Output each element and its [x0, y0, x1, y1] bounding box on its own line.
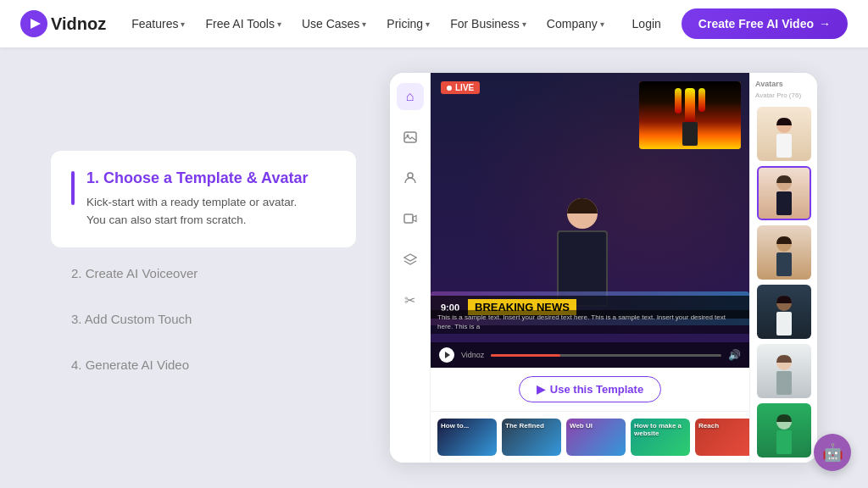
step-2-card[interactable]: 2. Create AI Voiceover — [51, 254, 356, 293]
use-template-button[interactable]: ▶ Use this Template — [519, 376, 661, 402]
chevron-down-icon: ▾ — [600, 19, 604, 29]
volume-icon[interactable]: 🔊 — [728, 349, 741, 361]
chatbot-icon[interactable]: 🤖 — [814, 434, 851, 471]
logo-text: Vidnoz — [51, 14, 106, 34]
person-head — [567, 198, 598, 229]
nav-company[interactable]: Company ▾ — [538, 12, 613, 36]
sidebar-scissors-icon[interactable]: ✂ — [397, 286, 424, 313]
fire-person-silhouette — [682, 122, 698, 146]
sidebar-home-icon[interactable]: ⌂ — [397, 83, 424, 110]
play-icon — [445, 352, 450, 358]
thumbnail-1[interactable]: How to... — [437, 419, 497, 456]
avatar-5[interactable] — [757, 344, 811, 398]
step-1-description: Kick-start with a ready template or avat… — [86, 194, 308, 229]
thumbnail-5[interactable]: Reach — [695, 419, 749, 456]
step-1-title: 1. Choose a Template & Avatar — [86, 169, 308, 187]
svg-rect-17 — [776, 430, 792, 454]
svg-rect-11 — [776, 252, 792, 276]
step-accent-bar — [71, 171, 75, 205]
logo-icon — [20, 10, 47, 37]
live-dot — [447, 86, 452, 91]
avatar-6[interactable] — [757, 403, 811, 458]
watermark: Vidnoz — [461, 351, 484, 359]
chevron-down-icon: ▾ — [181, 19, 185, 29]
progress-bar[interactable] — [491, 354, 721, 357]
video-preview: LIVE — [431, 73, 749, 368]
thumbnail-2[interactable]: The Refined — [502, 419, 561, 456]
news-image-inset — [639, 81, 741, 149]
nav-right: Login Create Free AI Video → — [622, 8, 848, 39]
nav-pricing[interactable]: Pricing ▾ — [378, 12, 438, 36]
step-4-title: 4. Generate AI Video — [71, 358, 189, 372]
avatar-3[interactable] — [757, 225, 811, 280]
sidebar-video-icon[interactable] — [397, 205, 424, 232]
nav-for-business[interactable]: For Business ▾ — [442, 12, 535, 36]
thumbnail-4[interactable]: How to make a website — [631, 419, 690, 456]
step-3-title: 3. Add Custom Touch — [71, 312, 192, 326]
nav-features[interactable]: Features ▾ — [123, 12, 193, 36]
step-1-card: 1. Choose a Template & Avatar Kick-start… — [51, 151, 356, 247]
svg-rect-9 — [776, 191, 792, 215]
step-4-card[interactable]: 4. Generate AI Video — [51, 346, 356, 385]
person-hair — [567, 198, 598, 214]
sidebar-person-icon[interactable] — [397, 164, 424, 191]
avatar-2[interactable] — [757, 166, 811, 220]
sidebar-layers-icon[interactable] — [397, 246, 424, 273]
fire-visual — [639, 81, 741, 149]
svg-rect-5 — [404, 214, 413, 223]
arrow-icon: → — [819, 17, 831, 30]
step-3-card[interactable]: 3. Add Custom Touch — [51, 300, 356, 339]
main-content: 1. Choose a Template & Avatar Kick-start… — [0, 47, 868, 488]
avatar-1[interactable] — [757, 107, 811, 161]
nav-use-cases[interactable]: Use Cases ▾ — [293, 12, 375, 36]
chevron-down-icon: ▾ — [362, 19, 366, 29]
svg-rect-7 — [776, 134, 792, 158]
create-free-video-button[interactable]: Create Free AI Video → — [682, 8, 848, 39]
use-template-area: ▶ Use this Template — [431, 368, 749, 411]
avatars-title: Avatars — [750, 73, 817, 92]
nav-free-ai-tools[interactable]: Free AI Tools ▾ — [197, 12, 289, 36]
chevron-down-icon: ▾ — [277, 19, 281, 29]
progress-fill — [491, 354, 559, 357]
chatbot-symbol: 🤖 — [822, 442, 843, 463]
video-background: LIVE — [431, 73, 749, 368]
sidebar-image-icon[interactable] — [397, 124, 424, 151]
editor-main: LIVE — [431, 73, 749, 463]
avatars-subtitle: Avatar Pro (76) — [750, 92, 817, 104]
thumbnail-3[interactable]: Web UI — [566, 419, 626, 456]
avatar-4[interactable] — [757, 285, 811, 339]
logo[interactable]: Vidnoz — [20, 10, 106, 37]
steps-panel: 1. Choose a Template & Avatar Kick-start… — [51, 151, 356, 385]
svg-rect-15 — [776, 371, 792, 395]
sample-text-bar: This is a sample text. Insert your desir… — [431, 310, 749, 334]
navbar: Vidnoz Features ▾ Free AI Tools ▾ Use Ca… — [0, 0, 868, 47]
chevron-down-icon: ▾ — [522, 19, 526, 29]
live-badge: LIVE — [441, 81, 480, 94]
video-editor-panel: ⌂ — [390, 73, 817, 463]
thumbnails-row: How to... The Refined Web UI How to make… — [431, 411, 749, 463]
chevron-down-icon: ▾ — [426, 19, 430, 29]
avatars-panel: Avatars Avatar Pro (76) — [749, 73, 817, 463]
play-button[interactable] — [439, 347, 454, 363]
editor-body: ⌂ — [390, 73, 817, 463]
nav-items: Features ▾ Free AI Tools ▾ Use Cases ▾ P… — [123, 12, 615, 36]
login-button[interactable]: Login — [622, 12, 671, 36]
video-controls: Vidnoz 🔊 — [431, 342, 749, 368]
svg-point-4 — [408, 173, 413, 178]
step-2-title: 2. Create AI Voiceover — [71, 266, 198, 280]
step-1-content: 1. Choose a Template & Avatar Kick-start… — [86, 169, 308, 229]
use-template-icon: ▶ — [537, 383, 545, 396]
svg-rect-13 — [776, 312, 792, 336]
editor-sidebar: ⌂ — [390, 73, 431, 463]
